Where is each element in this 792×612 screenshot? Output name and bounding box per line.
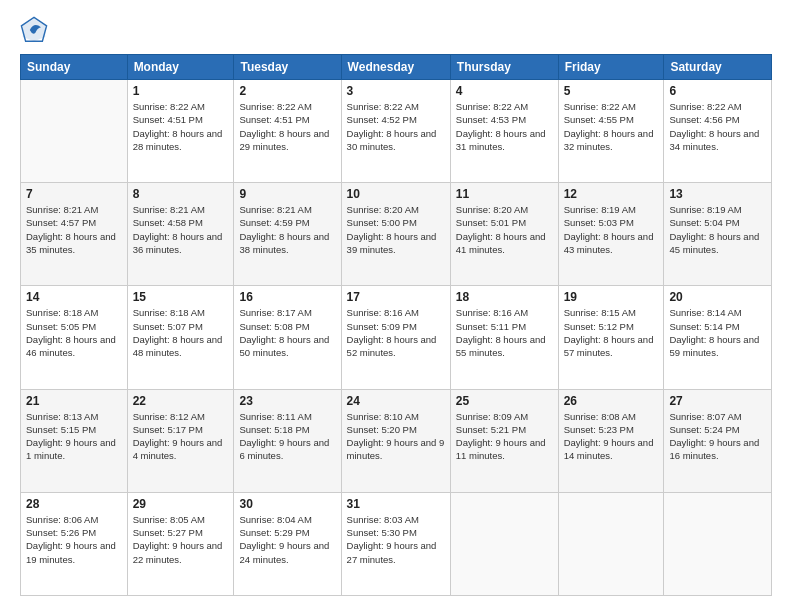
day-info: Sunrise: 8:22 AMSunset: 4:56 PMDaylight:… — [669, 100, 766, 153]
day-cell: 29Sunrise: 8:05 AMSunset: 5:27 PMDayligh… — [127, 492, 234, 595]
day-number: 7 — [26, 187, 122, 201]
header-row: SundayMondayTuesdayWednesdayThursdayFrid… — [21, 55, 772, 80]
day-info: Sunrise: 8:22 AMSunset: 4:51 PMDaylight:… — [239, 100, 335, 153]
day-cell: 28Sunrise: 8:06 AMSunset: 5:26 PMDayligh… — [21, 492, 128, 595]
day-number: 30 — [239, 497, 335, 511]
day-cell: 7Sunrise: 8:21 AMSunset: 4:57 PMDaylight… — [21, 183, 128, 286]
day-number: 28 — [26, 497, 122, 511]
day-info: Sunrise: 8:22 AMSunset: 4:55 PMDaylight:… — [564, 100, 659, 153]
day-cell: 13Sunrise: 8:19 AMSunset: 5:04 PMDayligh… — [664, 183, 772, 286]
day-info: Sunrise: 8:07 AMSunset: 5:24 PMDaylight:… — [669, 410, 766, 463]
day-info: Sunrise: 8:10 AMSunset: 5:20 PMDaylight:… — [347, 410, 445, 463]
day-cell: 27Sunrise: 8:07 AMSunset: 5:24 PMDayligh… — [664, 389, 772, 492]
day-cell: 19Sunrise: 8:15 AMSunset: 5:12 PMDayligh… — [558, 286, 664, 389]
day-info: Sunrise: 8:16 AMSunset: 5:11 PMDaylight:… — [456, 306, 553, 359]
day-info: Sunrise: 8:19 AMSunset: 5:04 PMDaylight:… — [669, 203, 766, 256]
day-cell: 6Sunrise: 8:22 AMSunset: 4:56 PMDaylight… — [664, 80, 772, 183]
day-cell: 2Sunrise: 8:22 AMSunset: 4:51 PMDaylight… — [234, 80, 341, 183]
day-cell: 12Sunrise: 8:19 AMSunset: 5:03 PMDayligh… — [558, 183, 664, 286]
day-cell: 23Sunrise: 8:11 AMSunset: 5:18 PMDayligh… — [234, 389, 341, 492]
day-cell — [21, 80, 128, 183]
day-info: Sunrise: 8:22 AMSunset: 4:51 PMDaylight:… — [133, 100, 229, 153]
weekday-header: Sunday — [21, 55, 128, 80]
day-cell: 26Sunrise: 8:08 AMSunset: 5:23 PMDayligh… — [558, 389, 664, 492]
week-row: 7Sunrise: 8:21 AMSunset: 4:57 PMDaylight… — [21, 183, 772, 286]
logo-icon — [20, 16, 48, 44]
day-number: 26 — [564, 394, 659, 408]
day-info: Sunrise: 8:09 AMSunset: 5:21 PMDaylight:… — [456, 410, 553, 463]
day-number: 10 — [347, 187, 445, 201]
day-cell: 17Sunrise: 8:16 AMSunset: 5:09 PMDayligh… — [341, 286, 450, 389]
day-cell — [664, 492, 772, 595]
day-info: Sunrise: 8:22 AMSunset: 4:52 PMDaylight:… — [347, 100, 445, 153]
day-cell: 10Sunrise: 8:20 AMSunset: 5:00 PMDayligh… — [341, 183, 450, 286]
day-cell: 24Sunrise: 8:10 AMSunset: 5:20 PMDayligh… — [341, 389, 450, 492]
day-number: 6 — [669, 84, 766, 98]
day-info: Sunrise: 8:12 AMSunset: 5:17 PMDaylight:… — [133, 410, 229, 463]
day-number: 8 — [133, 187, 229, 201]
day-number: 29 — [133, 497, 229, 511]
weekday-header: Thursday — [450, 55, 558, 80]
day-info: Sunrise: 8:21 AMSunset: 4:58 PMDaylight:… — [133, 203, 229, 256]
day-number: 1 — [133, 84, 229, 98]
day-cell: 22Sunrise: 8:12 AMSunset: 5:17 PMDayligh… — [127, 389, 234, 492]
day-cell: 31Sunrise: 8:03 AMSunset: 5:30 PMDayligh… — [341, 492, 450, 595]
day-cell: 4Sunrise: 8:22 AMSunset: 4:53 PMDaylight… — [450, 80, 558, 183]
day-cell: 15Sunrise: 8:18 AMSunset: 5:07 PMDayligh… — [127, 286, 234, 389]
day-cell: 1Sunrise: 8:22 AMSunset: 4:51 PMDaylight… — [127, 80, 234, 183]
day-number: 11 — [456, 187, 553, 201]
day-info: Sunrise: 8:20 AMSunset: 5:00 PMDaylight:… — [347, 203, 445, 256]
day-info: Sunrise: 8:18 AMSunset: 5:05 PMDaylight:… — [26, 306, 122, 359]
week-row: 1Sunrise: 8:22 AMSunset: 4:51 PMDaylight… — [21, 80, 772, 183]
day-info: Sunrise: 8:22 AMSunset: 4:53 PMDaylight:… — [456, 100, 553, 153]
day-cell: 9Sunrise: 8:21 AMSunset: 4:59 PMDaylight… — [234, 183, 341, 286]
day-number: 3 — [347, 84, 445, 98]
day-number: 18 — [456, 290, 553, 304]
weekday-header: Wednesday — [341, 55, 450, 80]
header — [20, 16, 772, 44]
weekday-header: Tuesday — [234, 55, 341, 80]
day-info: Sunrise: 8:20 AMSunset: 5:01 PMDaylight:… — [456, 203, 553, 256]
day-info: Sunrise: 8:18 AMSunset: 5:07 PMDaylight:… — [133, 306, 229, 359]
day-info: Sunrise: 8:06 AMSunset: 5:26 PMDaylight:… — [26, 513, 122, 566]
day-cell: 21Sunrise: 8:13 AMSunset: 5:15 PMDayligh… — [21, 389, 128, 492]
day-cell — [558, 492, 664, 595]
day-info: Sunrise: 8:16 AMSunset: 5:09 PMDaylight:… — [347, 306, 445, 359]
day-cell: 11Sunrise: 8:20 AMSunset: 5:01 PMDayligh… — [450, 183, 558, 286]
day-cell: 5Sunrise: 8:22 AMSunset: 4:55 PMDaylight… — [558, 80, 664, 183]
day-number: 2 — [239, 84, 335, 98]
day-number: 22 — [133, 394, 229, 408]
day-number: 25 — [456, 394, 553, 408]
day-info: Sunrise: 8:15 AMSunset: 5:12 PMDaylight:… — [564, 306, 659, 359]
logo — [20, 16, 52, 44]
day-number: 24 — [347, 394, 445, 408]
day-cell: 30Sunrise: 8:04 AMSunset: 5:29 PMDayligh… — [234, 492, 341, 595]
day-number: 16 — [239, 290, 335, 304]
day-cell: 8Sunrise: 8:21 AMSunset: 4:58 PMDaylight… — [127, 183, 234, 286]
day-number: 4 — [456, 84, 553, 98]
day-number: 20 — [669, 290, 766, 304]
weekday-header: Saturday — [664, 55, 772, 80]
day-cell: 16Sunrise: 8:17 AMSunset: 5:08 PMDayligh… — [234, 286, 341, 389]
day-info: Sunrise: 8:21 AMSunset: 4:59 PMDaylight:… — [239, 203, 335, 256]
day-info: Sunrise: 8:13 AMSunset: 5:15 PMDaylight:… — [26, 410, 122, 463]
day-number: 12 — [564, 187, 659, 201]
day-info: Sunrise: 8:19 AMSunset: 5:03 PMDaylight:… — [564, 203, 659, 256]
day-number: 5 — [564, 84, 659, 98]
day-number: 14 — [26, 290, 122, 304]
day-number: 15 — [133, 290, 229, 304]
day-info: Sunrise: 8:17 AMSunset: 5:08 PMDaylight:… — [239, 306, 335, 359]
day-info: Sunrise: 8:11 AMSunset: 5:18 PMDaylight:… — [239, 410, 335, 463]
day-info: Sunrise: 8:21 AMSunset: 4:57 PMDaylight:… — [26, 203, 122, 256]
week-row: 14Sunrise: 8:18 AMSunset: 5:05 PMDayligh… — [21, 286, 772, 389]
day-number: 27 — [669, 394, 766, 408]
page: SundayMondayTuesdayWednesdayThursdayFrid… — [0, 0, 792, 612]
day-cell: 20Sunrise: 8:14 AMSunset: 5:14 PMDayligh… — [664, 286, 772, 389]
day-info: Sunrise: 8:04 AMSunset: 5:29 PMDaylight:… — [239, 513, 335, 566]
day-number: 13 — [669, 187, 766, 201]
day-number: 19 — [564, 290, 659, 304]
day-info: Sunrise: 8:08 AMSunset: 5:23 PMDaylight:… — [564, 410, 659, 463]
day-number: 17 — [347, 290, 445, 304]
day-info: Sunrise: 8:03 AMSunset: 5:30 PMDaylight:… — [347, 513, 445, 566]
day-info: Sunrise: 8:14 AMSunset: 5:14 PMDaylight:… — [669, 306, 766, 359]
